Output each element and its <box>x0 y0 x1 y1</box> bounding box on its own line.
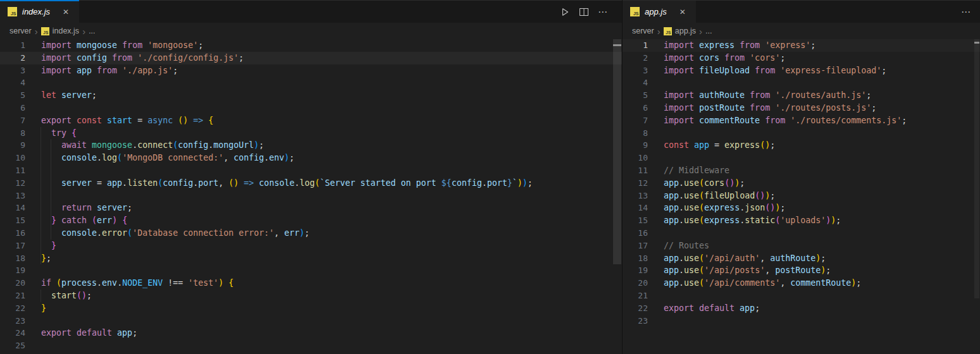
breadcrumb-item[interactable]: JSapp.js <box>664 27 696 35</box>
code-text: const app = express(); <box>648 139 980 152</box>
js-file-icon: JS <box>41 27 49 35</box>
code-line: 5import authRoute from './routes/auth.js… <box>623 89 980 102</box>
code-text: app.use(fileUpload()); <box>648 190 980 202</box>
editor-group-left: JS index.js ✕ ⋯ server›JSin <box>0 0 622 354</box>
line-number: 15 <box>0 214 25 227</box>
code-text <box>25 315 622 327</box>
scrollbar-right[interactable] <box>974 39 980 354</box>
code-line: 9const app = express(); <box>623 139 980 152</box>
code-line: 20app.use('/api/comments', commentRoute)… <box>623 277 980 290</box>
overview-ruler-cursor <box>974 42 979 44</box>
code-text: import express from 'express'; <box>648 39 980 52</box>
code-text: } <box>25 240 622 252</box>
code-line: 19 <box>0 264 622 277</box>
code-text <box>25 102 622 114</box>
line-number: 14 <box>0 202 25 214</box>
code-text: } catch (err) { <box>25 214 622 227</box>
code-area-right[interactable]: 1import express from 'express';2import c… <box>623 39 980 354</box>
code-line: 14 return server; <box>0 202 622 214</box>
code-line: 25 <box>0 339 622 352</box>
code-text <box>25 339 622 352</box>
code-text: server = app.listen(config.port, () => c… <box>25 177 622 190</box>
code-line: 8 try { <box>0 127 622 140</box>
line-number: 7 <box>623 114 648 127</box>
breadcrumb-item[interactable]: server <box>632 27 654 35</box>
line-number: 4 <box>0 76 25 89</box>
code-text <box>25 264 622 277</box>
line-number: 7 <box>0 114 25 127</box>
editor-window: JS index.js ✕ ⋯ server›JSin <box>0 0 980 354</box>
code-line: 7export const start = async () => { <box>0 114 622 127</box>
code-line: 3import app from './app.js'; <box>0 64 622 77</box>
close-icon[interactable]: ✕ <box>60 6 71 18</box>
line-number: 11 <box>623 164 648 177</box>
breadcrumb-item[interactable]: server <box>9 27 32 35</box>
code-line: 21 <box>623 290 980 302</box>
breadcrumb-item[interactable]: ... <box>705 27 712 35</box>
code-line: 15app.use(express.static('uploads')); <box>623 214 980 227</box>
close-icon[interactable]: ✕ <box>677 6 688 18</box>
line-number: 22 <box>0 302 25 315</box>
code-line: 5let server; <box>0 89 622 102</box>
breadcrumb-right: server›JSapp.js›... <box>623 23 980 39</box>
line-number: 20 <box>0 277 25 290</box>
js-file-icon: JS <box>664 27 672 35</box>
scrollbar-left[interactable] <box>612 39 622 354</box>
line-number: 5 <box>623 89 648 102</box>
breadcrumb-item[interactable]: ... <box>89 27 95 35</box>
line-number: 10 <box>0 152 25 164</box>
code-line: 17// Routes <box>623 240 980 252</box>
breadcrumb-item[interactable]: JSindex.js <box>41 27 79 35</box>
code-line: 13app.use(fileUpload()); <box>623 190 980 202</box>
tab-index-js[interactable]: JS index.js ✕ <box>0 1 79 23</box>
code-text: app.use('/api/posts', postRoute); <box>648 264 980 277</box>
indent-guide <box>40 127 41 265</box>
split-editor-icon[interactable] <box>579 7 589 17</box>
run-icon[interactable] <box>560 7 570 17</box>
code-line: 23 <box>623 315 980 327</box>
indent-guide <box>51 139 51 239</box>
code-line: 20if (process.env.NODE_ENV !== 'test') { <box>0 277 622 290</box>
code-text: } <box>25 302 622 315</box>
breadcrumb-label: ... <box>705 27 712 35</box>
code-line: 6import postRoute from './routes/posts.j… <box>623 102 980 114</box>
code-text: app.use(express.static('uploads')); <box>648 214 980 227</box>
code-line: 16 <box>623 227 980 240</box>
line-number: 6 <box>623 102 648 114</box>
code-line: 13 <box>0 190 622 202</box>
code-area-left[interactable]: 1import mongoose from 'mongoose';2import… <box>0 39 622 354</box>
code-text: export default app; <box>648 302 980 315</box>
code-line: 22export default app; <box>623 302 980 315</box>
line-number: 6 <box>0 102 25 114</box>
code-line: 2import config from './config/config.js'… <box>0 52 622 64</box>
line-number: 13 <box>623 190 648 202</box>
line-number: 3 <box>0 64 25 77</box>
scrollbar-thumb[interactable] <box>974 39 979 298</box>
tab-app-js[interactable]: JS app.js ✕ <box>623 1 696 23</box>
line-number: 16 <box>623 227 648 240</box>
code-text <box>648 127 980 140</box>
code-text: await mongoose.connect(config.mongoUrl); <box>25 139 622 152</box>
line-number: 17 <box>623 240 648 252</box>
line-number: 4 <box>623 76 648 89</box>
code-line: 10 <box>623 152 980 164</box>
code-text: let server; <box>25 89 622 102</box>
code-line: 12app.use(cors()); <box>623 177 980 190</box>
code-text: import fileUpload from 'express-fileuplo… <box>648 64 980 77</box>
code-text: return server; <box>25 202 622 214</box>
line-number: 23 <box>0 315 25 327</box>
more-actions-icon[interactable]: ⋯ <box>961 6 971 18</box>
code-text: import cors from 'cors'; <box>648 52 980 64</box>
code-text: import config from './config/config.js'; <box>25 52 622 64</box>
code-text <box>648 152 980 164</box>
editor-actions-right: ⋯ <box>961 1 980 23</box>
code-line: 12 server = app.listen(config.port, () =… <box>0 177 622 190</box>
code-line: 16 console.error('Database connection er… <box>0 227 622 240</box>
code-line: 14app.use(express.json()); <box>623 202 980 214</box>
line-number: 25 <box>0 339 25 352</box>
scrollbar-thumb[interactable] <box>613 39 621 264</box>
code-text: start(); <box>25 290 622 302</box>
code-text: export const start = async () => { <box>25 114 622 127</box>
code-text: import app from './app.js'; <box>25 64 622 77</box>
more-actions-icon[interactable]: ⋯ <box>598 6 608 18</box>
